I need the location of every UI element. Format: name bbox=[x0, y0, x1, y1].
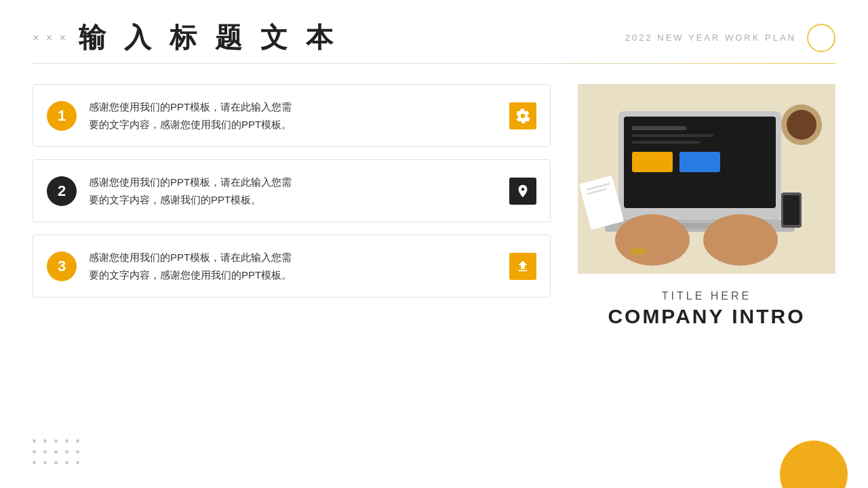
svg-rect-7 bbox=[632, 141, 700, 144]
svg-rect-23 bbox=[755, 230, 764, 247]
right-panel: TITLE HERE COMPANY INTRO bbox=[578, 84, 835, 328]
header: × × × 输 入 标 题 文 本 2022 NEW YEAR WORK PLA… bbox=[0, 0, 868, 56]
svg-rect-26 bbox=[783, 195, 800, 225]
card-2-text: 感谢您使用我们的PPT模板，请在此输入您需 要的文字内容，感谢我们的PPT模板。 bbox=[89, 174, 497, 208]
gear-icon-box bbox=[509, 102, 536, 129]
laptop-photo bbox=[578, 84, 835, 274]
upload-icon-box bbox=[509, 253, 536, 280]
company-intro-text: COMPANY INTRO bbox=[578, 305, 835, 328]
dot bbox=[65, 461, 68, 464]
card-2: 2 感谢您使用我们的PPT模板，请在此输入您需 要的文字内容，感谢我们的PPT模… bbox=[33, 159, 551, 222]
laptop-svg bbox=[578, 84, 835, 274]
badge-2: 2 bbox=[47, 176, 77, 206]
dot bbox=[43, 439, 47, 443]
dot bbox=[33, 439, 36, 443]
svg-rect-21 bbox=[734, 223, 742, 247]
svg-rect-16 bbox=[647, 223, 655, 247]
card-1-text: 感谢您使用我们的PPT模板，请在此输入您需 要的文字内容，感谢您使用我们的PPT… bbox=[89, 98, 497, 133]
card-1-icon bbox=[509, 102, 536, 129]
header-left: × × × 输 入 标 题 文 本 bbox=[33, 19, 339, 56]
page-title: 输 入 标 题 文 本 bbox=[79, 19, 339, 56]
svg-rect-17 bbox=[658, 225, 666, 247]
card-3-icon bbox=[509, 253, 536, 280]
svg-rect-19 bbox=[713, 230, 720, 247]
header-right: 2022 NEW YEAR WORK PLAN bbox=[625, 24, 835, 52]
location-icon bbox=[515, 184, 530, 199]
circle-decoration bbox=[807, 24, 835, 52]
svg-rect-5 bbox=[632, 126, 686, 130]
svg-rect-6 bbox=[632, 134, 713, 137]
svg-rect-15 bbox=[636, 225, 644, 247]
year-subtitle: 2022 NEW YEAR WORK PLAN bbox=[625, 33, 796, 43]
svg-rect-24 bbox=[631, 248, 646, 255]
badge-1: 1 bbox=[47, 101, 77, 131]
dot bbox=[43, 461, 47, 464]
dot bbox=[33, 461, 36, 464]
dot bbox=[43, 450, 47, 453]
dot bbox=[65, 439, 68, 443]
laptop-scene bbox=[578, 84, 835, 274]
svg-rect-14 bbox=[625, 230, 633, 247]
dot bbox=[76, 439, 79, 443]
location-icon-box bbox=[509, 178, 536, 205]
card-1: 1 感谢您使用我们的PPT模板，请在此输入您需 要的文字内容，感谢您使用我们的P… bbox=[33, 84, 551, 147]
svg-rect-8 bbox=[632, 152, 673, 172]
svg-rect-22 bbox=[745, 225, 753, 247]
bottom-circle-decoration bbox=[780, 441, 848, 488]
dot bbox=[54, 461, 58, 464]
card-2-icon bbox=[509, 178, 536, 205]
main-content: 1 感谢您使用我们的PPT模板，请在此输入您需 要的文字内容，感谢您使用我们的P… bbox=[0, 64, 868, 328]
badge-3: 3 bbox=[47, 251, 77, 281]
dot bbox=[76, 450, 79, 453]
dot-decoration bbox=[33, 439, 83, 468]
dot bbox=[33, 450, 36, 453]
svg-point-2 bbox=[787, 110, 816, 140]
dot bbox=[54, 439, 58, 443]
title-here-text: TITLE HERE bbox=[578, 290, 835, 302]
dot bbox=[54, 450, 58, 453]
svg-rect-20 bbox=[723, 225, 731, 247]
upload-icon bbox=[515, 259, 530, 274]
xxx-decoration: × × × bbox=[33, 32, 68, 44]
card-3: 3 感谢您使用我们的PPT模板，请在此输入您需 要的文字内容，感谢您使用我们的P… bbox=[33, 235, 551, 298]
dot bbox=[65, 450, 68, 453]
dot bbox=[76, 461, 79, 464]
title-section: TITLE HERE COMPANY INTRO bbox=[578, 283, 835, 328]
svg-rect-18 bbox=[669, 230, 675, 247]
svg-rect-9 bbox=[679, 152, 720, 172]
card-3-text: 感谢您使用我们的PPT模板，请在此输入您需 要的文字内容，感谢您使用我们的PPT… bbox=[89, 249, 497, 283]
gear-icon bbox=[515, 108, 530, 123]
cards-column: 1 感谢您使用我们的PPT模板，请在此输入您需 要的文字内容，感谢您使用我们的P… bbox=[33, 84, 551, 328]
